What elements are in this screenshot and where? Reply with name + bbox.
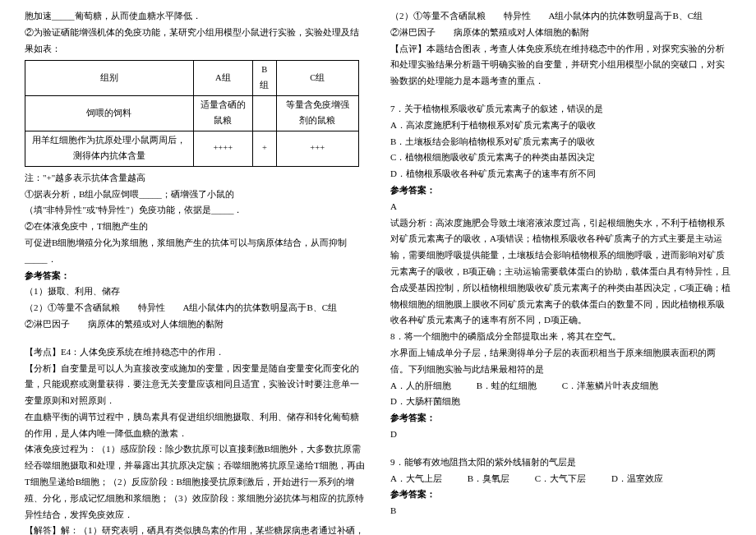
experiment-table: 组别 A组 B组 C组 饲喂的饲料 适量含硒的鼠粮 等量含免疫增强剂的鼠粮 用羊… xyxy=(25,60,359,166)
cell: + xyxy=(253,131,277,166)
answer-title: 参考答案： xyxy=(390,487,731,503)
question-8b: 水界面上铺成单分子层，结果测得单分子层的表面积相当于原来细胞膜表面积的两倍。下列… xyxy=(390,345,731,378)
option-d: D．大肠杆菌细胞 xyxy=(390,394,460,410)
fenxi: 在血糖平衡的调节过程中，胰岛素具有促进组织细胞摄取、利用、储存和转化葡萄糖的作用… xyxy=(25,409,366,442)
option-d: D．温室效应 xyxy=(611,471,663,487)
answer-8: D xyxy=(390,427,731,443)
answer-7-explain: 试题分析：高浓度施肥会导致土壤溶液浓度过高，引起根细胞失水，不利于植物根系对矿质… xyxy=(390,215,731,330)
cell xyxy=(253,96,277,131)
question-9-options: A．大气上层 B．臭氧层 C．大气下层 D．温室效应 xyxy=(390,471,731,487)
fenxi: 【分析】自变量是可以人为直接改变或施加的变量，因变量是随自变量变化而变化的量，只… xyxy=(25,361,366,409)
left-column: 胞加速_____葡萄糖，从而使血糖水平降低． ②为验证硒能增强机体的免疫功能，某… xyxy=(25,8,366,535)
option-c: C．大气下层 xyxy=(535,471,586,487)
answer-7: A xyxy=(390,199,731,215)
text: ②在体液免疫中，T细胞产生的 xyxy=(25,219,366,235)
answer-title: 参考答案： xyxy=(390,410,731,427)
question-8-options: A．人的肝细胞 B．蛙的红细胞 C．洋葱鳞片叶表皮细胞 D．大肠杆菌细胞 xyxy=(390,378,731,411)
cell: 适量含硒的鼠粮 xyxy=(193,96,252,131)
table-row: 饲喂的饲料 适量含硒的鼠粮 等量含免疫增强剂的鼠粮 xyxy=(25,96,359,131)
text: ②为验证硒能增强机体的免疫功能，某研究小组用模型小鼠进行实验，实验处理及结果如表… xyxy=(25,25,366,58)
cell: 用羊红细胞作为抗原处理小鼠两周后，测得体内抗体含量 xyxy=(25,131,194,166)
table-row: 组别 A组 B组 C组 xyxy=(25,61,359,96)
dianping: 【点评】本题结合图表，考查人体免疫系统在维持稳态中的作用，对探究实验的分析和处理… xyxy=(390,41,731,90)
text: 可促进B细胞增殖分化为浆细胞，浆细胞产生的抗体可以与病原体结合，从而抑制____… xyxy=(25,235,366,268)
cell: 饲喂的饲料 xyxy=(25,96,194,131)
cell: C组 xyxy=(276,61,358,96)
cell: B组 xyxy=(253,61,277,96)
text: 注："+"越多表示抗体含量越高 xyxy=(25,170,366,187)
text: 胞加速_____葡萄糖，从而使血糖水平降低． xyxy=(25,8,366,25)
text: （填"非特异性"或"特异性"）免疫功能，依据是_____． xyxy=(25,202,366,219)
text: （2）①等量不含硒鼠粮 特异性 A组小鼠体内的抗体数明显高于B、C组 xyxy=(390,8,731,25)
option-a: A．大气上层 xyxy=(390,471,442,487)
answer-title: 参考答案： xyxy=(25,268,366,284)
cell: A组 xyxy=(193,61,252,96)
fenxi: 体液免疫过程为：（1）感应阶段：除少数抗原可以直接刺激B细胞外，大多数抗原需经吞… xyxy=(25,441,366,523)
answer-line: ②淋巴因子 病原体的繁殖或对人体细胞的黏附 xyxy=(25,316,366,333)
option-b: B．蛙的红细胞 xyxy=(477,378,537,394)
option-d: D．植物根系吸收各种矿质元素离子的速率有所不同 xyxy=(390,166,731,182)
answer-line: （2）①等量不含硒鼠粮 特异性 A组小鼠体内的抗体数明显高于B、C组 xyxy=(25,300,366,316)
option-a: A．高浓度施肥利于植物根系对矿质元素离子的吸收 xyxy=(390,118,731,134)
option-c: C．植物根细胞吸收矿质元素离子的种类由基因决定 xyxy=(390,150,731,166)
answer-title: 参考答案： xyxy=(390,182,731,199)
question-8: 8．将一个细胞中的磷脂成分全部提取出来，将其在空气。 xyxy=(390,329,731,345)
text: ①据表分析，B组小鼠应饲喂_____；硒增强了小鼠的 xyxy=(25,187,366,203)
question-7: 7．关于植物根系吸收矿质元素离子的叙述，错误的是 xyxy=(390,101,731,118)
option-c: C．洋葱鳞片叶表皮细胞 xyxy=(562,378,658,394)
question-9: 9．能够有效地阻挡太阳的紫外线辐射的气层是 xyxy=(390,454,731,471)
cell: +++ xyxy=(276,131,358,166)
right-column: （2）①等量不含硒鼠粮 特异性 A组小鼠体内的抗体数明显高于B、C组 ②淋巴因子… xyxy=(390,8,731,535)
cell: ++++ xyxy=(193,131,252,166)
option-b: B．臭氧层 xyxy=(468,471,509,487)
table-row: 用羊红细胞作为抗原处理小鼠两周后，测得体内抗体含量 ++++ + +++ xyxy=(25,131,359,166)
option-b: B．土壤板结会影响植物根系对矿质元素离子的吸收 xyxy=(390,134,731,150)
cell: 等量含免疫增强剂的鼠粮 xyxy=(276,96,358,131)
option-a: A．人的肝细胞 xyxy=(390,378,451,394)
cell: 组别 xyxy=(25,61,194,96)
kaodian: 【考点】E4：人体免疫系统在维持稳态中的作用． xyxy=(25,344,366,361)
answer-line: （1）摄取、利用、储存 xyxy=(25,284,366,300)
text: ②淋巴因子 病原体的繁殖或对人体细胞的黏附 xyxy=(390,25,731,41)
jieda: 【解答】解：（1）研究表明，硒具有类似胰岛素的作用，某些糖尿病患者通过补硒，可在… xyxy=(25,523,366,535)
answer-9: B xyxy=(390,503,731,519)
